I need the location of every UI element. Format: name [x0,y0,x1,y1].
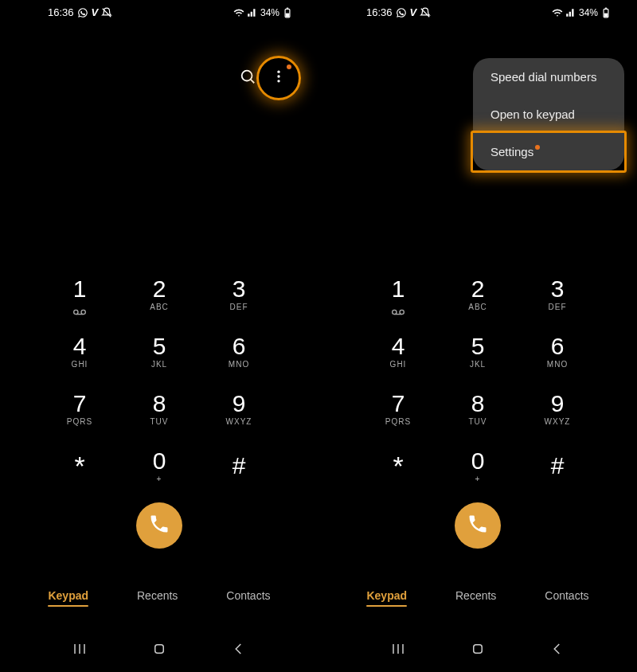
key-8[interactable]: 8TUV [127,383,191,434]
status-right: 34% [552,7,621,18]
nav-recents[interactable] [382,642,414,656]
svg-point-8 [74,310,78,314]
nav-back[interactable] [541,642,573,656]
nav-home[interactable] [143,642,175,656]
key-star[interactable]: * [48,440,111,491]
key-9[interactable]: 9WXYZ [526,383,589,434]
svg-rect-1 [286,14,289,17]
tab-contacts[interactable]: Contacts [543,584,590,611]
bottom-tabs: Keypad Recents Contacts [0,584,318,611]
keypad: 1 2ABC 3DEF 4GHI 5JKL 6MNO 7PQRS 8TUV 9W… [318,268,637,549]
call-button[interactable] [455,502,501,549]
key-3[interactable]: 3DEF [526,268,589,319]
svg-rect-24 [474,645,483,654]
voicemail-icon [73,304,86,311]
dnd-icon [420,7,431,18]
key-star[interactable]: * [366,440,430,491]
status-time: 16:36 [48,6,74,18]
tab-keypad[interactable]: Keypad [365,584,408,611]
key-6[interactable]: 6MNO [207,326,271,377]
key-6[interactable]: 6MNO [526,326,589,377]
nav-bar [0,642,318,656]
key-1[interactable]: 1 [366,268,430,319]
tab-contacts[interactable]: Contacts [225,584,272,611]
call-button[interactable] [136,502,182,549]
menu-settings-label: Settings [490,145,533,158]
key-2[interactable]: 2ABC [446,268,510,319]
svg-rect-16 [604,14,608,17]
v-icon: V [410,6,417,18]
menu-open-keypad[interactable]: Open to keypad [473,96,624,133]
status-left: 16:36 V [48,6,112,18]
search-icon [239,68,256,88]
status-bar: 16:36 V 34% [0,0,318,21]
tab-recents[interactable]: Recents [135,584,179,611]
svg-point-18 [393,310,397,314]
status-bar: 16:36 V 34% [318,0,637,21]
dnd-icon [101,7,112,18]
battery-percentage: 34% [579,7,598,18]
keypad: 1 2ABC 3DEF 4GHI 5JKL 6MNO 7PQRS 8TUV 9W… [0,268,318,549]
more-vert-icon [271,68,287,88]
key-7[interactable]: 7PQRS [48,383,111,434]
whatsapp-icon [77,7,88,18]
more-button[interactable] [263,62,295,94]
key-4[interactable]: 4GHI [48,326,111,377]
wifi-icon [233,7,244,18]
phone-right: 16:36 V 34% Speed dial numbers Open to k… [318,0,637,672]
voicemail-icon [392,304,404,311]
key-1[interactable]: 1 [48,268,111,319]
key-hash[interactable]: # [526,440,589,491]
signal-icon [247,7,258,18]
phone-icon [467,513,489,538]
svg-point-19 [400,310,404,314]
nav-home[interactable] [462,642,494,656]
status-right: 34% [233,7,303,18]
phone-left: 16:36 V 34% 1 2ABC 3DEF [0,0,318,672]
svg-point-5 [277,71,279,73]
top-actions [233,62,295,94]
svg-line-4 [251,80,255,84]
nav-back[interactable] [223,642,255,656]
whatsapp-icon [396,7,407,18]
wifi-icon [552,7,563,18]
notification-dot [287,64,291,69]
key-3[interactable]: 3DEF [207,268,271,319]
key-hash[interactable]: # [207,440,271,491]
battery-icon [282,7,293,18]
svg-rect-14 [155,645,164,654]
svg-point-3 [242,71,252,81]
bottom-tabs: Keypad Recents Contacts [318,584,637,611]
overflow-menu: Speed dial numbers Open to keypad Settin… [473,58,624,170]
key-8[interactable]: 8TUV [446,383,510,434]
phone-icon [148,513,170,538]
key-5[interactable]: 5JKL [446,326,510,377]
nav-recents[interactable] [64,642,96,656]
notification-dot [535,145,540,150]
v-icon: V [92,6,99,18]
battery-icon [600,7,612,18]
key-5[interactable]: 5JKL [127,326,191,377]
signal-icon [565,7,576,18]
svg-point-6 [277,75,279,77]
tab-recents[interactable]: Recents [454,584,498,611]
battery-percentage: 34% [260,7,279,18]
tab-keypad[interactable]: Keypad [46,584,90,611]
key-4[interactable]: 4GHI [366,326,430,377]
key-9[interactable]: 9WXYZ [207,383,271,434]
svg-point-7 [277,80,279,82]
nav-bar [318,642,637,656]
status-time: 16:36 [366,6,393,18]
menu-settings[interactable]: Settings [471,131,627,173]
key-2[interactable]: 2ABC [127,268,191,319]
search-button[interactable] [233,64,262,92]
key-7[interactable]: 7PQRS [366,383,430,434]
status-left: 16:36 V [366,6,431,18]
key-0[interactable]: 0+ [127,440,191,491]
menu-speed-dial[interactable]: Speed dial numbers [473,58,624,96]
svg-point-9 [81,310,85,314]
key-0[interactable]: 0+ [446,440,510,491]
